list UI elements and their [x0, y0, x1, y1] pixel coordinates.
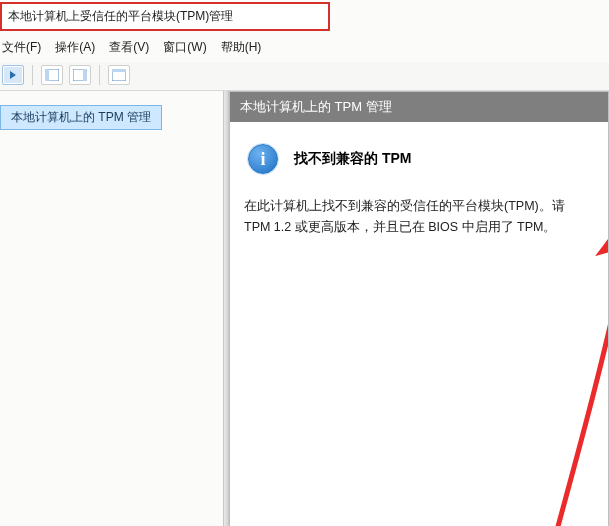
menu-action[interactable]: 操作(A): [55, 39, 95, 56]
window-title-highlight: 本地计算机上受信任的平台模块(TPM)管理: [0, 2, 330, 31]
menu-window[interactable]: 窗口(W): [163, 39, 206, 56]
status-message-line1: 在此计算机上找不到兼容的受信任的平台模块(TPM)。请: [244, 196, 598, 217]
show-hide-action-pane-icon: [73, 69, 87, 81]
console-tree-pane: 本地计算机上的 TPM 管理: [0, 91, 223, 526]
nav-forward-button[interactable]: [2, 65, 24, 85]
menu-help[interactable]: 帮助(H): [221, 39, 262, 56]
show-hide-tree-icon: [45, 69, 59, 81]
status-row: i 找不到兼容的 TPM: [248, 144, 598, 174]
work-area: 本地计算机上的 TPM 管理 本地计算机上的 TPM 管理 i 找不到兼容的 T…: [0, 91, 609, 526]
help-button[interactable]: [108, 65, 130, 85]
tree-node-tpm-management[interactable]: 本地计算机上的 TPM 管理: [0, 105, 162, 130]
show-hide-tree-button[interactable]: [41, 65, 63, 85]
svg-rect-1: [45, 69, 49, 81]
status-message-line2: TPM 1.2 或更高版本，并且已在 BIOS 中启用了 TPM。: [244, 217, 598, 238]
toolbar-divider: [99, 65, 100, 85]
info-icon: i: [248, 144, 278, 174]
nav-forward-icon: [8, 70, 18, 80]
results-pane: 本地计算机上的 TPM 管理 i 找不到兼容的 TPM 在此计算机上找不到兼容的…: [229, 91, 609, 526]
results-pane-body: i 找不到兼容的 TPM 在此计算机上找不到兼容的受信任的平台模块(TPM)。请…: [230, 122, 608, 249]
toolbar-divider: [32, 65, 33, 85]
annotation-arrow: [480, 222, 609, 526]
status-heading: 找不到兼容的 TPM: [294, 147, 411, 171]
menu-file[interactable]: 文件(F): [2, 39, 41, 56]
menu-bar: 文件(F) 操作(A) 查看(V) 窗口(W) 帮助(H): [0, 35, 609, 62]
show-hide-action-pane-button[interactable]: [69, 65, 91, 85]
svg-rect-3: [83, 69, 87, 81]
menu-view[interactable]: 查看(V): [109, 39, 149, 56]
window-title: 本地计算机上受信任的平台模块(TPM)管理: [8, 9, 233, 23]
svg-rect-5: [112, 69, 126, 72]
toolbar: [0, 62, 609, 91]
help-icon: [112, 69, 126, 81]
results-pane-header: 本地计算机上的 TPM 管理: [230, 92, 608, 122]
